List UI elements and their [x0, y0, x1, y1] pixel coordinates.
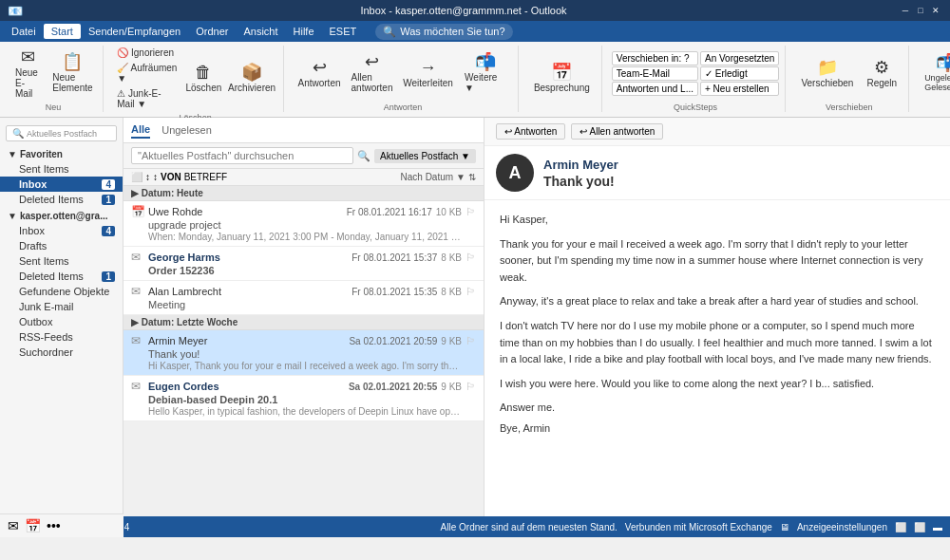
email-row-3[interactable]: ✉ Alan Lambrecht Fr 08.01.2021 15:35 8 K… — [124, 281, 484, 315]
new-items-button[interactable]: 📋 NeueElemente — [48, 51, 98, 95]
menu-datei[interactable]: Datei — [4, 24, 44, 39]
email-1-flag-icon[interactable]: 🏳 — [466, 206, 476, 217]
sidebar-item-drafts[interactable]: Drafts — [0, 238, 123, 253]
forward-label: Weiterleiten — [403, 78, 453, 88]
favorites-label: Favoriten — [20, 149, 63, 159]
quickstep-reply[interactable]: Antworten und L... — [612, 82, 698, 96]
reply-all-label: Allenantworten — [352, 72, 393, 93]
status-settings[interactable]: Anzeigeeinstellungen — [797, 522, 887, 532]
move-button[interactable]: 📁 Verschieben — [795, 57, 859, 90]
delete-button[interactable]: 🗑 Löschen — [183, 62, 225, 95]
read-unread-button[interactable]: 📬 Ungelesen/Gelesen — [919, 52, 950, 94]
reading-reply-button[interactable]: ↩ Antworten — [496, 123, 565, 140]
ribbon-group-quicksteps: Verschieben in: ? Team-E-Mail Antworten … — [606, 46, 787, 112]
quickstep-new[interactable]: + Neu erstellen — [700, 82, 779, 96]
minimize-button[interactable]: ─ — [899, 4, 912, 17]
menu-ordner[interactable]: Ordner — [188, 24, 236, 39]
sidebar-item-rss[interactable]: RSS-Feeds — [0, 329, 123, 345]
archive-label: Archivieren — [228, 83, 276, 93]
status-view-icon-2[interactable]: ⬜ — [914, 522, 925, 532]
title-bar: 📧 Inbox - kasper.otten@grammm.net - Outl… — [0, 0, 950, 21]
sidebar-account-header[interactable]: ▼ kasper.otten@gra... — [0, 207, 123, 223]
new-email-button[interactable]: ✉ NeueE-Mail — [10, 47, 47, 101]
filter-tab-alle[interactable]: Alle — [131, 121, 150, 139]
body-p5: Answer me. — [500, 400, 935, 417]
menu-start[interactable]: Start — [44, 24, 81, 39]
sort-control[interactable]: Nach Datum ▼ ⇅ — [401, 172, 476, 182]
sidebar-item-deleted-label: Deleted Items — [19, 194, 84, 205]
email-row-4-top: ✉ Armin Meyer Sa 02.01.2021 20:59 9 KB 🏳 — [131, 334, 476, 347]
menu-ansicht[interactable]: Ansicht — [236, 24, 285, 39]
cleanup-button[interactable]: 🧹 Aufräumen ▼ — [113, 61, 180, 85]
maximize-button[interactable]: □ — [914, 4, 927, 17]
email-row-2[interactable]: ✉ George Harms Fr 08.01.2021 15:37 8 KB … — [124, 247, 484, 281]
sidebar-search-box[interactable]: 🔍 Aktuelles Postfach — [6, 125, 117, 141]
sort-bar: ⬜ ↕ ↕ VON BETREFF Nach Datum ▼ ⇅ — [124, 169, 484, 186]
quicksteps-left: Verschieben in: ? Team-E-Mail Antworten … — [612, 51, 698, 96]
quickstep-team[interactable]: Team-E-Mail — [612, 66, 698, 81]
view-icon-3[interactable]: ↕ — [153, 172, 158, 182]
sidebar-item-sent-account[interactable]: Sent Items — [0, 253, 123, 269]
email-row-1[interactable]: 📅 Uwe Rohde Fr 08.01.2021 16:17 10 KB 🏳 … — [124, 201, 484, 247]
email-row-5[interactable]: ✉ Eugen Cordes Sa 02.01.2021 20:55 9 KB … — [124, 376, 484, 421]
sidebar-item-inbox-favorites[interactable]: Inbox 4 — [0, 177, 123, 192]
reading-reply-all-button[interactable]: ↩ Allen antworten — [571, 123, 663, 140]
filter-bar: Alle Ungelesen — [124, 118, 484, 143]
email-4-flag-icon[interactable]: 🏳 — [466, 335, 476, 346]
sidebar-item-junk[interactable]: Junk E-mail — [0, 299, 123, 314]
email-3-flag-icon[interactable]: 🏳 — [466, 286, 476, 297]
archive-button[interactable]: 📦 Archivieren — [226, 62, 277, 95]
quickstep-manager[interactable]: An Vorgesetzten — [700, 51, 779, 65]
account-chevron-icon: ▼ — [8, 211, 17, 221]
sidebar-item-deleted-account[interactable]: Deleted Items 1 — [0, 269, 123, 284]
email-row-4[interactable]: ✉ Armin Meyer Sa 02.01.2021 20:59 9 KB 🏳… — [124, 330, 484, 376]
view-icon-1[interactable]: ⬜ — [131, 172, 142, 182]
view-icon-2[interactable]: ↕ — [145, 172, 150, 182]
inbox-badge: 4 — [102, 179, 115, 190]
sidebar-item-sent-favorites[interactable]: Sent Items — [0, 161, 123, 177]
sidebar-item-deleted-favorites[interactable]: Deleted Items 1 — [0, 192, 123, 207]
sidebar-item-suchordner[interactable]: Suchordner — [0, 345, 123, 360]
status-view-icon-1[interactable]: ⬜ — [895, 522, 906, 532]
deleted-account-badge: 1 — [102, 271, 115, 282]
ignore-button[interactable]: 🚫 Ignorieren — [113, 46, 180, 60]
status-slider[interactable]: ▬ — [933, 522, 942, 532]
ribbon-group-quicksteps-label: QuickSteps — [674, 103, 717, 112]
email-5-date: Sa 02.01.2021 20:55 — [349, 382, 437, 392]
ribbon-group-verschieben-label: Verschieben — [826, 103, 873, 112]
reply-button[interactable]: ↩ Antworten — [294, 57, 345, 90]
email-1-subject: upgrade project — [148, 219, 476, 231]
command-search[interactable]: 🔍 Was möchten Sie tun? — [375, 24, 512, 40]
list-search-input[interactable] — [131, 147, 353, 164]
sidebar-item-gefundene[interactable]: Gefundene Objekte — [0, 284, 123, 299]
email-5-flag-icon[interactable]: 🏳 — [466, 381, 476, 392]
meeting-button[interactable]: 📅 Besprechung — [528, 62, 596, 95]
sidebar-item-inbox-account[interactable]: Inbox 4 — [0, 223, 123, 238]
filter-tab-ungelesen[interactable]: Ungelesen — [162, 122, 212, 138]
reply-all-button[interactable]: ↩ Allenantworten — [347, 51, 397, 95]
menu-eset[interactable]: ESET — [322, 24, 365, 39]
email-3-size: 8 KB — [441, 287, 462, 297]
ribbon-verschieben-buttons: 📁 Verschieben ⚙ Regeln — [795, 46, 902, 101]
email-2-flag-icon[interactable]: 🏳 — [466, 252, 476, 263]
menu-senden[interactable]: Senden/Empfangen — [81, 24, 188, 39]
close-button[interactable]: ✕ — [929, 4, 942, 17]
sidebar-favorites-header[interactable]: ▼ Favoriten — [0, 145, 123, 161]
junk-button[interactable]: ⚠ Junk-E-Mail ▼ — [113, 86, 180, 111]
email-row-3-top: ✉ Alan Lambrecht Fr 08.01.2021 15:35 8 K… — [131, 285, 476, 298]
forward-button[interactable]: → Weiterleiten — [399, 57, 457, 90]
reading-pane-header: ↩ Antworten ↩ Allen antworten — [484, 118, 950, 146]
sidebar-outbox-label: Outbox — [19, 316, 52, 327]
body-p2: Anyway, it's a great place to relax and … — [500, 293, 935, 310]
sidebar-suchordner-label: Suchordner — [19, 346, 73, 358]
quickstep-done[interactable]: ✓ Erledigt — [700, 66, 779, 81]
rules-button[interactable]: ⚙ Regeln — [861, 57, 902, 90]
reading-subject: Thank you! — [543, 174, 939, 189]
quickstep-move[interactable]: Verschieben in: ? — [612, 51, 698, 65]
sort-label: Nach Datum — [401, 172, 454, 182]
menu-hilfe[interactable]: Hilfe — [286, 24, 322, 39]
more-button[interactable]: 📬 Weitere ▼ — [459, 51, 512, 95]
sidebar-item-outbox[interactable]: Outbox — [0, 314, 123, 329]
reading-sender-name: Armin Meyer — [543, 158, 939, 172]
aktuelles-postfach-button[interactable]: Aktuelles Postfach ▼ — [374, 149, 476, 163]
